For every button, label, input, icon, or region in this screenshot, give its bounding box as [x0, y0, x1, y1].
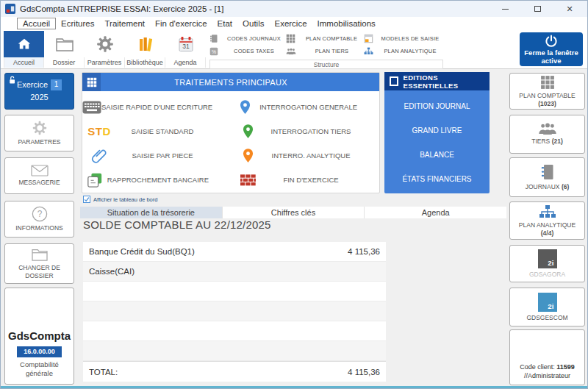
maximize-button[interactable] — [521, 1, 553, 17]
grid-icon — [286, 34, 295, 43]
dashboard-checkbox-row: Afficher le tableau de bord — [83, 196, 157, 203]
window-title: GdsCompta ENTREPRISE ESSAI: Exercice 202… — [20, 4, 223, 13]
messagerie-label: MESSAGERIE — [18, 179, 60, 187]
table-row[interactable] — [83, 282, 386, 301]
table-total-row: TOTAL: 4 115,36 — [83, 361, 386, 382]
editions-title: EDITIONS ESSENTIELLES — [404, 74, 490, 90]
exercice-badge: 1 — [51, 79, 62, 90]
branding-panel: GdsCompta 16.0.00.00 Comptabilité généra… — [4, 288, 74, 385]
map-pin-green-icon — [231, 124, 265, 139]
menu-etat[interactable]: Etat — [212, 18, 237, 29]
envelope-icon — [31, 165, 49, 176]
messagerie-button[interactable]: MESSAGERIE — [4, 157, 74, 194]
app-window: GdsCompta ENTREPRISE ESSAI: Exercice 202… — [0, 0, 588, 389]
square-outline-icon — [390, 76, 398, 86]
editions-header: EDITIONS ESSENTIELLES — [384, 72, 490, 90]
plan-tiers-button[interactable]: PLAN TIERS — [286, 48, 364, 55]
svg-text:2i: 2i — [548, 258, 553, 266]
plan-comptable-button[interactable]: PLAN COMPTABLE — [286, 34, 364, 43]
table-row[interactable]: Banque Crédit du Sud(BQ1) 4 115,36 — [83, 242, 386, 262]
fin-exercice-item[interactable]: FIN D'EXERCICE — [231, 168, 379, 192]
rapprochement-bancaire-item[interactable]: RAPPROCHEMENT BANCAIRE — [82, 168, 231, 192]
table-row[interactable] — [83, 301, 386, 321]
menu-outils[interactable]: Outils — [237, 18, 269, 29]
etats-financiers-link[interactable]: ÉTATS FINANCIERS — [384, 167, 490, 191]
gear-icon — [96, 35, 115, 54]
people-icon — [538, 123, 557, 135]
journaux-shortcut[interactable]: JOURNAUX (6) — [509, 157, 585, 197]
minimize-button[interactable] — [489, 1, 521, 17]
template-icon — [364, 34, 373, 43]
edition-journal-link[interactable]: EDITION JOURNAL — [384, 94, 490, 118]
gdsgescom-shortcut[interactable]: 2i GDSGESCOM — [509, 288, 585, 326]
table-row[interactable] — [83, 341, 386, 361]
app-module: Comptabilité générale — [15, 360, 64, 378]
balance-link[interactable]: BALANCE — [384, 143, 490, 167]
calendar-icon: 31 — [177, 35, 195, 53]
ribbon-agenda-button[interactable]: 31 Agenda — [165, 31, 206, 68]
saisie-standard-item[interactable]: STD SAISIE STANDARD — [82, 119, 231, 143]
gdsagora-label: GDSAGORA — [529, 271, 565, 279]
modeles-saisie-button[interactable]: MODELES DE SAISIE — [364, 34, 443, 43]
menubar: Accueil Ecritures Traitement Fin d'exerc… — [1, 17, 587, 30]
folder-icon — [55, 36, 74, 52]
svg-text:%: % — [212, 49, 216, 54]
saisie-rapide-item[interactable]: SAISIE RAPIDE D'UNE ECRITURE — [82, 95, 231, 119]
svg-text:?: ? — [37, 209, 42, 219]
saisie-par-piece-item[interactable]: SAISIE PAR PIECE — [82, 143, 231, 168]
map-pin-orange-icon — [231, 148, 265, 163]
parametres-button[interactable]: PARAMETRES — [4, 115, 74, 151]
table-row[interactable]: Caisse(CAI) — [83, 262, 386, 282]
main-content: Exercice 1 2025 PARAMETRES MESSAGERIE ? … — [1, 69, 587, 388]
interrogation-tiers-item[interactable]: INTERROGATION TIERS — [231, 119, 379, 143]
ribbon-bibliotheque-button[interactable]: Bibliothèque — [125, 31, 165, 68]
changer-dossier-label: CHANGER DE DOSSIER — [5, 264, 74, 279]
gdsagora-shortcut[interactable]: 2i GDSAGORA — [509, 245, 585, 282]
folder-open-icon — [30, 247, 49, 262]
journal-icon — [209, 34, 218, 43]
tab-agenda[interactable]: Agenda — [364, 207, 506, 218]
svg-text:2i: 2i — [548, 301, 553, 310]
plan-analytique-button[interactable]: PLAN ANALYTIQUE — [364, 47, 443, 55]
close-button[interactable]: ✕ — [553, 1, 586, 17]
menu-ecritures[interactable]: Ecritures — [56, 18, 99, 29]
close-active-window-button[interactable]: Ferme la fenêtre active — [520, 32, 583, 66]
journal-icon — [540, 163, 555, 181]
menu-immobilisations[interactable]: Immobilisations — [312, 18, 381, 29]
paperclip-icon — [82, 148, 116, 164]
ribbon-parametres-button[interactable]: Paramètres — [85, 31, 125, 68]
ribbon-dossier-button[interactable]: Dossier — [44, 31, 85, 68]
interro-analytique-item[interactable]: INTERRO. ANALYTIQUE — [231, 143, 379, 168]
svg-text:31: 31 — [182, 43, 190, 50]
interrogation-generale-item[interactable]: INTERROGATION GENERALE — [231, 95, 379, 119]
org-chart-icon — [364, 47, 373, 55]
tiers-shortcut[interactable]: TIERS (21) — [509, 115, 585, 154]
map-pin-blue-icon — [231, 99, 259, 115]
codes-taxes-button[interactable]: % CODES TAXES — [209, 47, 286, 56]
exercice-button[interactable]: Exercice 1 2025 — [4, 73, 74, 110]
menu-fin-exercice[interactable]: Fin d'exercice — [150, 18, 212, 29]
menu-traitement[interactable]: Traitement — [99, 18, 150, 29]
menu-accueil[interactable]: Accueil — [17, 18, 56, 29]
app-version-badge: 16.0.00.00 — [17, 346, 62, 357]
menu-exercice[interactable]: Exercice — [269, 18, 312, 29]
changer-dossier-button[interactable]: CHANGER DE DOSSIER — [4, 243, 74, 284]
dashboard-checkbox[interactable] — [83, 196, 90, 203]
traitements-title: TRAITEMENTS PRINCIPAUX — [101, 78, 361, 87]
codes-journaux-button[interactable]: CODES JOURNAUX — [209, 34, 286, 43]
informations-label: INFORMATIONS — [15, 224, 63, 232]
question-icon: ? — [32, 206, 48, 222]
plan-comptable-shortcut[interactable]: PLAN COMPTABLE(1023) — [509, 73, 585, 110]
gdsgescom-label: GDSGESCOM — [526, 314, 567, 322]
app-logo-icon — [5, 4, 15, 14]
home-icon — [16, 36, 32, 52]
informations-button[interactable]: ? INFORMATIONS — [4, 201, 74, 238]
tab-chiffres-cles[interactable]: Chiffres clés — [222, 207, 365, 218]
ribbon-accueil-button[interactable]: Accueil — [4, 31, 44, 68]
table-row[interactable] — [83, 321, 386, 341]
window-bottom-edge — [1, 386, 587, 388]
grand-livre-link[interactable]: GRAND LIVRE — [384, 118, 490, 143]
tab-situation-tresorerie[interactable]: Situation de la trésorerie — [80, 207, 222, 218]
plan-analytique-shortcut[interactable]: PLAN ANALYTIQUE(4/4) — [509, 201, 585, 240]
parametres-label: PARAMETRES — [18, 138, 61, 146]
